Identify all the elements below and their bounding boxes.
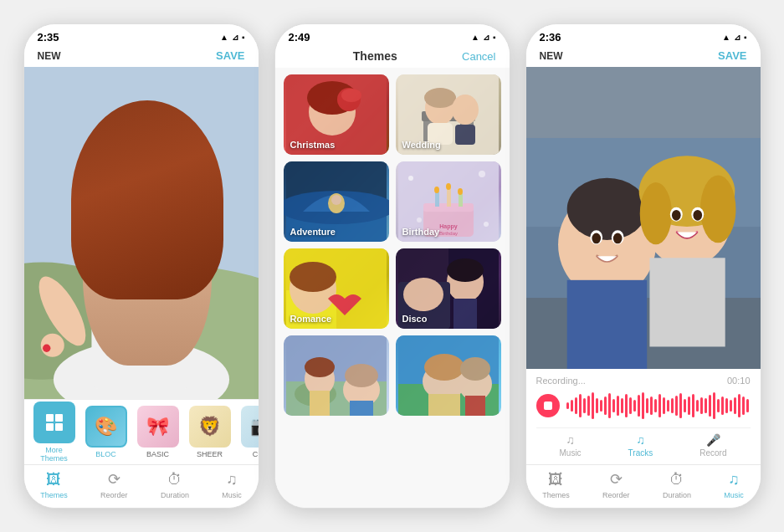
waveform-bar [575, 397, 577, 414]
svg-rect-84 [566, 280, 647, 369]
waveform-bar [713, 392, 715, 419]
waveform-bar [709, 395, 711, 417]
svg-rect-40 [447, 188, 451, 207]
waveform-bar [658, 394, 661, 417]
theme-basic-label: BASIC [146, 450, 169, 458]
top-nav-1: NEW SAVE [24, 46, 259, 67]
theme-card-romance[interactable]: Romance [284, 248, 389, 329]
nav-title-2: Themes [353, 49, 397, 63]
theme-cli[interactable]: 📷 CLI... [238, 406, 259, 458]
tab-duration-1[interactable]: ⏱ Duration [161, 471, 189, 499]
disco-label: Disco [402, 314, 428, 324]
audio-tab-tracks-label: Tracks [628, 448, 653, 458]
svg-point-87 [592, 233, 601, 244]
theme-card-wedding[interactable]: Wedding [396, 74, 501, 155]
tab-themes-3[interactable]: 🖼 Themes [542, 471, 570, 499]
tab-music-icon-1: ♫ [226, 471, 238, 489]
theme-card-birthday[interactable]: Happy Birthday Birthday [396, 161, 501, 242]
svg-point-69 [345, 364, 378, 387]
more-themes-item[interactable]: MoreThemes [31, 402, 78, 463]
tab-duration-3[interactable]: ⏱ Duration [663, 471, 691, 499]
recording-header: Recording... 00:10 [536, 376, 751, 386]
waveform-bar [587, 396, 590, 416]
tab-themes-label-3: Themes [542, 491, 570, 499]
waveform-bar [746, 399, 749, 412]
phone-3: 2:36 ▲⊿▪ NEW SAVE [525, 23, 761, 509]
theme-card-summer[interactable] [396, 335, 501, 416]
tab-bar-1: 🖼 Themes ⟳ Reorder ⏱ Duration ♫ Music [24, 464, 259, 508]
waveform-bar [700, 397, 703, 414]
svg-rect-75 [428, 394, 460, 416]
theme-bloc[interactable]: 🎨 BLOC [83, 406, 130, 458]
waveform-bar [675, 396, 678, 416]
svg-rect-78 [465, 396, 485, 416]
waveform-bar [671, 398, 674, 413]
status-bar-2: 2:49 ▲⊿▪ [275, 24, 510, 46]
svg-point-47 [417, 217, 422, 223]
theme-card-beach[interactable] [284, 335, 389, 416]
svg-point-9 [159, 203, 194, 262]
waveform-bar [571, 400, 573, 412]
audio-tabs: ♫ Music ♫ Tracks 🎤 Record [536, 427, 751, 458]
nav-save-3[interactable]: SAVE [718, 49, 746, 62]
tab-reorder-icon-1: ⟳ [108, 470, 120, 489]
christmas-label: Christmas [290, 140, 336, 150]
svg-point-43 [446, 183, 451, 190]
tab-reorder-label-3: Reorder [602, 491, 630, 499]
phone-2: 2:49 ▲⊿▪ Themes Cancel Chris [274, 23, 510, 509]
waveform-bar [592, 392, 594, 419]
waveform-bar [579, 394, 582, 417]
tab-music-1[interactable]: ♫ Music [222, 471, 242, 499]
nav-new-1[interactable]: NEW [38, 50, 61, 62]
audio-tab-music-label: Music [559, 448, 581, 458]
svg-point-61 [403, 278, 443, 311]
waveform [566, 391, 751, 421]
tab-reorder-3[interactable]: ⟳ Reorder [602, 470, 630, 499]
svg-point-45 [408, 176, 413, 181]
status-icons-1: ▲⊿▪ [220, 33, 244, 42]
tab-duration-icon-1: ⏱ [167, 471, 182, 489]
waveform-bar [617, 396, 619, 416]
svg-point-91 [699, 176, 735, 243]
audio-tab-music[interactable]: ♫ Music [559, 433, 581, 458]
tab-music-3[interactable]: ♫ Music [724, 471, 744, 499]
nav-save-1[interactable]: SAVE [216, 49, 244, 62]
waveform-bar [600, 400, 602, 412]
svg-point-54 [290, 262, 336, 292]
waveform-bar [663, 397, 665, 414]
svg-rect-5 [126, 243, 156, 272]
tab-themes-icon-1: 🖼 [46, 471, 61, 489]
tab-themes-1[interactable]: 🖼 Themes [40, 471, 68, 499]
more-themes-btn[interactable] [33, 402, 75, 443]
waveform-bar [679, 393, 682, 418]
waveform-bar [596, 398, 598, 413]
waveform-bar [583, 398, 586, 413]
svg-point-83 [566, 178, 647, 240]
waveform-bar [608, 393, 611, 418]
waveform-bar [633, 400, 636, 412]
svg-rect-70 [350, 401, 373, 416]
recording-label: Recording... [536, 376, 586, 386]
svg-point-58 [447, 258, 484, 282]
theme-basic[interactable]: 🎀 BASIC [135, 406, 182, 458]
waveform-bar [734, 397, 736, 414]
themes-row-1: Christmas Wedding [284, 74, 501, 155]
waveform-bar [642, 392, 644, 419]
theme-sheer[interactable]: 🦁 SHEER [187, 406, 233, 458]
waveform-bar [721, 396, 724, 415]
tab-reorder-1[interactable]: ⟳ Reorder [100, 470, 128, 499]
tab-duration-label-3: Duration [663, 491, 691, 499]
more-themes-label: MoreThemes [40, 446, 68, 463]
svg-text:Happy: Happy [439, 223, 458, 230]
stop-icon [544, 402, 552, 410]
theme-card-disco[interactable]: Disco [396, 248, 501, 329]
audio-tab-tracks[interactable]: ♫ Tracks [628, 433, 653, 458]
record-stop-btn[interactable] [536, 394, 560, 417]
svg-point-97 [693, 210, 702, 221]
theme-card-christmas[interactable]: Christmas [284, 74, 389, 155]
audio-tab-record[interactable]: 🎤 Record [699, 433, 726, 458]
theme-card-adventure[interactable]: Adventure [284, 161, 389, 242]
couple-photo [526, 67, 761, 369]
nav-new-3[interactable]: NEW [540, 50, 563, 62]
nav-cancel-2[interactable]: Cancel [462, 50, 495, 63]
